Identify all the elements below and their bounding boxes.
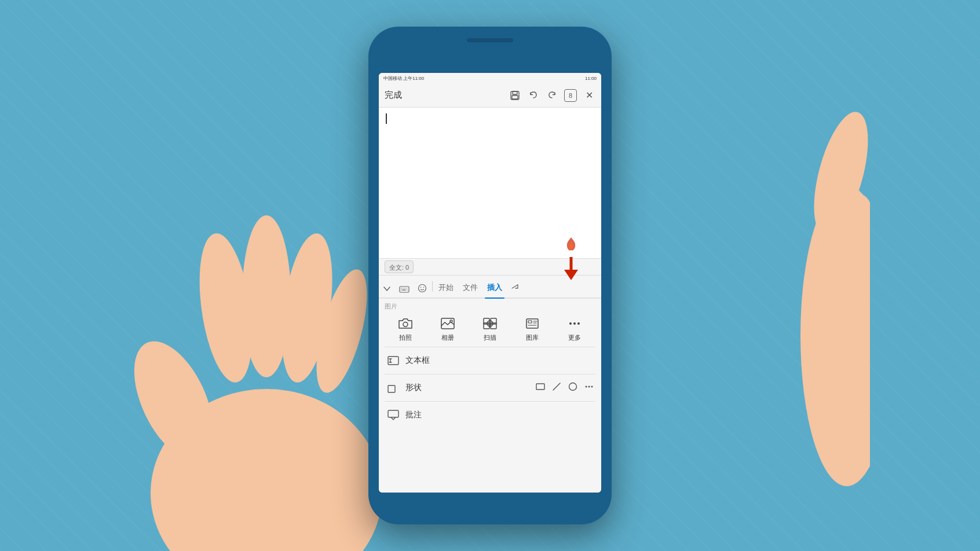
album-label: 相册 — [441, 333, 454, 342]
tab-keyboard[interactable] — [395, 281, 414, 297]
svg-rect-39 — [526, 319, 538, 328]
svg-marker-28 — [564, 270, 578, 280]
chevron-down-icon — [383, 285, 391, 293]
word-count-badge: 全文: 0 — [385, 260, 414, 273]
more-images-item[interactable]: 更多 — [553, 313, 595, 344]
library-icon — [524, 315, 540, 332]
more-dots-icon — [566, 315, 583, 332]
close-button[interactable]: ✕ — [583, 89, 595, 102]
svg-rect-14 — [513, 91, 517, 94]
svg-rect-16 — [400, 286, 409, 292]
scan-icon — [482, 315, 498, 332]
annotation-icon — [386, 407, 401, 423]
svg-point-38 — [491, 322, 491, 323]
hand-left — [127, 157, 405, 551]
shape-options — [535, 381, 594, 394]
status-carrier: 中国移动 上午11:00 — [383, 75, 424, 82]
library-label: 图库 — [526, 333, 539, 342]
scan-label: 扫描 — [484, 333, 496, 342]
camera-icon — [397, 315, 414, 332]
svg-rect-15 — [512, 95, 518, 99]
tab-smiley[interactable] — [414, 279, 431, 297]
text-cursor — [386, 113, 387, 124]
shape-row[interactable]: 形状 — [379, 374, 601, 401]
redo-button[interactable] — [546, 89, 558, 102]
svg-point-12 — [800, 185, 870, 486]
scan-item[interactable]: 扫描 — [469, 313, 511, 344]
svg-point-46 — [577, 322, 580, 325]
tab-more[interactable] — [507, 279, 523, 297]
svg-point-58 — [591, 386, 593, 388]
svg-point-57 — [588, 386, 590, 388]
image-section-label: 图片 — [385, 302, 595, 311]
annotation-row[interactable]: 批注 — [379, 402, 601, 428]
textbox-row[interactable]: 文本框 — [379, 347, 601, 374]
shape-label: 形状 — [405, 383, 422, 393]
camera-item[interactable]: 拍照 — [385, 313, 427, 344]
circle-shape[interactable] — [568, 381, 578, 394]
library-item[interactable]: 图库 — [511, 313, 553, 344]
textbox-icon — [386, 353, 401, 368]
svg-line-54 — [553, 383, 560, 390]
svg-point-36 — [487, 321, 493, 326]
more-icon — [510, 284, 520, 293]
badge-number: 8 — [569, 92, 572, 99]
insert-panel: 图片 拍照 — [379, 299, 601, 493]
hand-right — [667, 58, 870, 492]
svg-point-55 — [569, 383, 577, 391]
svg-rect-47 — [388, 357, 398, 365]
smiley-icon — [418, 284, 427, 293]
tab-kaishi[interactable]: 开始 — [434, 278, 458, 297]
svg-rect-53 — [536, 384, 544, 390]
tab-divider — [432, 281, 433, 292]
toolbar-top: 完成 — [379, 83, 601, 108]
word-count-text: 全文: 0 — [389, 264, 409, 271]
svg-point-26 — [423, 287, 425, 288]
red-arrow-indicator — [564, 236, 578, 280]
tab-bar: 开始 文件 插入 — [379, 276, 601, 299]
tab-wenjian[interactable]: 文件 — [458, 278, 482, 297]
camera-label: 拍照 — [399, 333, 412, 342]
keyboard-icon — [399, 286, 409, 293]
image-section: 图片 拍照 — [379, 299, 601, 347]
tab-charu[interactable]: 插入 — [482, 278, 507, 297]
image-icon-grid: 拍照 相册 — [385, 313, 595, 344]
status-bar: 中国移动 上午11:00 11:00 — [379, 73, 601, 83]
save-icon[interactable] — [509, 89, 521, 102]
phone-speaker — [467, 38, 513, 42]
svg-point-56 — [586, 386, 587, 388]
rect-shape[interactable] — [535, 381, 546, 394]
shape-icon — [386, 380, 401, 395]
textbox-label: 文本框 — [405, 355, 430, 366]
svg-point-24 — [419, 285, 426, 292]
svg-point-37 — [488, 322, 489, 323]
svg-point-31 — [450, 320, 452, 322]
badge-button[interactable]: 8 — [564, 89, 577, 102]
more-shapes[interactable] — [584, 381, 594, 394]
line-shape[interactable] — [551, 381, 562, 394]
tab-collapse[interactable] — [379, 280, 395, 297]
album-icon — [440, 315, 456, 332]
album-item[interactable]: 相册 — [427, 313, 469, 344]
annotation-label: 批注 — [405, 410, 422, 420]
document-area[interactable] — [379, 108, 601, 258]
status-battery: 11:00 — [585, 76, 597, 81]
more-images-label: 更多 — [568, 333, 581, 342]
phone-body: 中国移动 上午11:00 11:00 完成 — [368, 27, 612, 524]
close-icon: ✕ — [586, 90, 593, 101]
svg-point-25 — [420, 287, 422, 288]
svg-point-29 — [403, 322, 408, 327]
svg-point-45 — [573, 322, 576, 325]
svg-point-44 — [569, 322, 572, 325]
svg-rect-40 — [528, 321, 532, 323]
undo-button[interactable] — [527, 89, 540, 102]
svg-rect-59 — [388, 410, 398, 417]
done-button[interactable]: 完成 — [385, 90, 402, 101]
phone-screen: 中国移动 上午11:00 11:00 完成 — [379, 73, 601, 493]
